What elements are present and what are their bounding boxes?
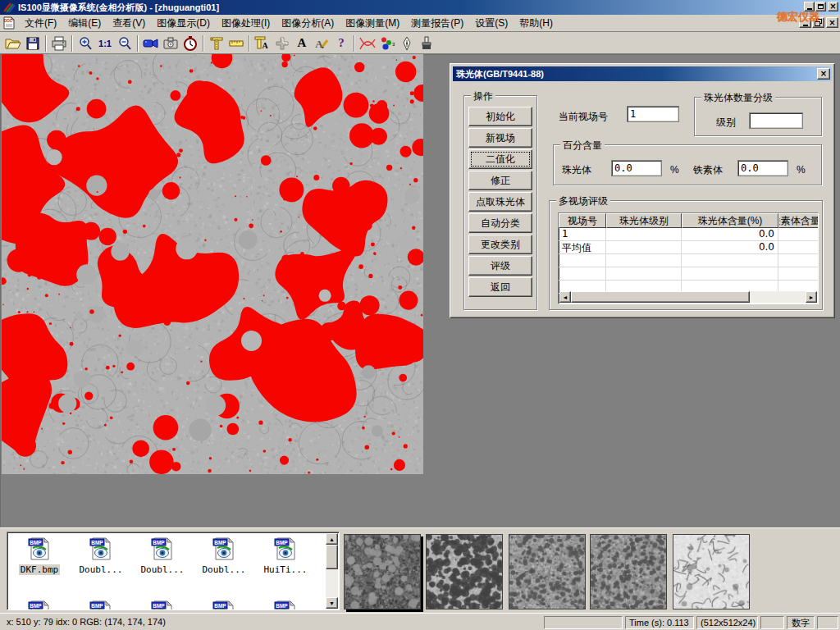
phase-classify-button[interactable]: 3 (377, 34, 397, 52)
status-mode-panel: 数字 (787, 616, 815, 629)
thumbnail-3[interactable] (509, 534, 586, 609)
ruler-button[interactable] (226, 34, 246, 52)
thumbnail-2[interactable] (426, 534, 503, 609)
file-item[interactable] (256, 600, 315, 610)
grid-tool-button[interactable] (272, 34, 292, 52)
file-item[interactable] (10, 600, 69, 610)
dialog-close-button[interactable]: × (817, 68, 830, 80)
bmp-file-icon (273, 536, 298, 561)
ferrite-label: 铁素体 (693, 163, 723, 177)
help-button[interactable]: ? (331, 34, 351, 52)
scroll-down-button[interactable]: ▼ (326, 597, 338, 609)
thumbnail-4[interactable] (590, 534, 667, 609)
menu-measure-report[interactable]: 测量报告(P) (405, 15, 469, 32)
file-list-scrollbar[interactable]: ▲ ▼ (326, 533, 338, 609)
status-panel-empty (817, 616, 838, 629)
pearlite-dialog[interactable]: 珠光体(GB/T9441-88) × 操作 初始化 新视场 二值化 修正 点取珠… (450, 63, 835, 318)
menu-help[interactable]: 帮助(H) (514, 15, 559, 32)
measure-annotate-button[interactable]: A (253, 34, 272, 52)
text-tool-button[interactable]: A (292, 34, 312, 52)
thumbnail-1[interactable] (344, 534, 421, 609)
auto-classify-button[interactable]: 自动分类 (468, 213, 532, 233)
file-item[interactable]: Doubl... (71, 536, 130, 575)
col-pearlite-pct[interactable]: 珠光体含量(%) (682, 213, 778, 228)
file-item[interactable]: Doubl... (194, 536, 253, 575)
file-item[interactable] (71, 600, 130, 610)
table-row-empty (559, 267, 818, 281)
current-field-input[interactable] (627, 106, 679, 122)
pick-pearlite-button[interactable]: 点取珠光体 (468, 192, 532, 212)
col-pearlite-grade[interactable]: 珠光体级别 (606, 213, 682, 228)
caliper-measure-button[interactable] (207, 34, 226, 52)
brush-tool-button[interactable] (417, 34, 436, 52)
menu-file[interactable]: 文件(F) (19, 15, 62, 32)
initialize-button[interactable]: 初始化 (468, 107, 532, 126)
document-icon: DOC (2, 16, 16, 30)
metallographic-image-view[interactable] (2, 54, 423, 474)
menu-edit[interactable]: 编辑(E) (62, 15, 107, 32)
new-field-button[interactable]: 新视场 (468, 128, 532, 148)
table-row[interactable]: 1 0.0 (559, 228, 818, 241)
file-item[interactable] (194, 600, 253, 610)
scroll-right-button[interactable]: ► (806, 291, 817, 303)
menu-view[interactable]: 查看(V) (107, 15, 151, 32)
correct-button[interactable]: 修正 (468, 171, 532, 190)
file-name[interactable]: DKF.bmp (19, 564, 60, 575)
ruler-icon (228, 38, 244, 49)
dialog-title-bar[interactable]: 珠光体(GB/T9441-88) × (453, 66, 832, 81)
status-bar: x: 510 y: 79 idx: 0 RGB: (174, 174, 174)… (0, 613, 840, 630)
app-logo-icon (2, 2, 16, 13)
actual-size-button[interactable]: 1:1 (95, 34, 115, 52)
toolbar-separator (203, 35, 204, 52)
thumbnail-5[interactable] (673, 534, 750, 609)
file-item[interactable] (133, 600, 192, 610)
snapshot-button[interactable] (161, 34, 180, 52)
text-edit-button[interactable]: A (312, 34, 331, 52)
scroll-up-button[interactable]: ▲ (326, 533, 338, 545)
window-close-button[interactable]: × (828, 2, 838, 11)
binarize-button[interactable]: 二值化 (468, 149, 532, 169)
menu-image-measure[interactable]: 图像测量(M) (340, 15, 405, 32)
file-name[interactable]: HuiTi... (262, 564, 309, 575)
return-button[interactable]: 返回 (468, 277, 532, 297)
bmp-file-icon (212, 536, 236, 561)
col-field-number[interactable]: 视场号 (559, 213, 606, 228)
pearlite-percent-input[interactable] (611, 160, 662, 176)
ferrite-percent-input[interactable] (737, 160, 788, 176)
grade-input[interactable] (749, 112, 803, 129)
col-ferrite-pct[interactable]: 铁素体含量(%) (778, 213, 819, 228)
file-item[interactable]: Doubl... (133, 536, 192, 575)
menu-image-analysis[interactable]: 图像分析(A) (276, 15, 340, 32)
grade-label: 级别 (716, 116, 736, 130)
file-item[interactable]: DKF.bmp (10, 536, 69, 575)
grade-button[interactable]: 评级 (468, 256, 532, 276)
scrollbar-thumb[interactable] (326, 545, 338, 569)
zoom-in-icon (78, 36, 93, 51)
curve-tool-button[interactable] (358, 34, 377, 52)
child-close-button[interactable]: × (826, 17, 838, 28)
table-row[interactable]: 平均值 0.0 (559, 241, 818, 254)
multifield-table[interactable]: 视场号 珠光体级别 珠光体含量(%) 铁素体含量(%) 1 0.0 平均值 0.… (558, 212, 819, 304)
timer-button[interactable] (180, 34, 200, 52)
window-title-bar[interactable]: IS100显微摄像系统(金相分析版) - [zhuguangti01] × (0, 0, 840, 15)
print-button[interactable] (49, 34, 69, 52)
zoom-out-button[interactable] (115, 34, 135, 52)
open-file-button[interactable] (3, 34, 23, 52)
menu-image-display[interactable]: 图像显示(D) (151, 15, 216, 32)
save-button[interactable] (23, 34, 43, 52)
file-name[interactable]: Doubl... (139, 564, 186, 575)
multifield-group: 多视场评级 视场号 珠光体级别 珠光体含量(%) 铁素体含量(%) 1 0.0 … (549, 200, 823, 310)
file-list-panel[interactable]: DKF.bmp Doubl... Doubl... Doubl... HuiTi… (7, 532, 340, 610)
file-item[interactable]: HuiTi... (256, 536, 315, 575)
pen-tool-button[interactable] (397, 34, 417, 52)
scrollbar-thumb[interactable] (571, 291, 750, 303)
change-class-button[interactable]: 更改类别 (468, 235, 532, 254)
file-name[interactable]: Doubl... (78, 564, 125, 575)
menu-image-processing[interactable]: 图像处理(I) (216, 15, 276, 32)
file-name[interactable]: Doubl... (201, 564, 248, 575)
video-capture-button[interactable] (141, 34, 161, 52)
table-horizontal-scrollbar[interactable]: ◄ ► (559, 291, 817, 303)
scroll-left-button[interactable]: ◄ (559, 291, 571, 303)
menu-settings[interactable]: 设置(S) (469, 15, 514, 32)
zoom-in-button[interactable] (75, 34, 95, 52)
